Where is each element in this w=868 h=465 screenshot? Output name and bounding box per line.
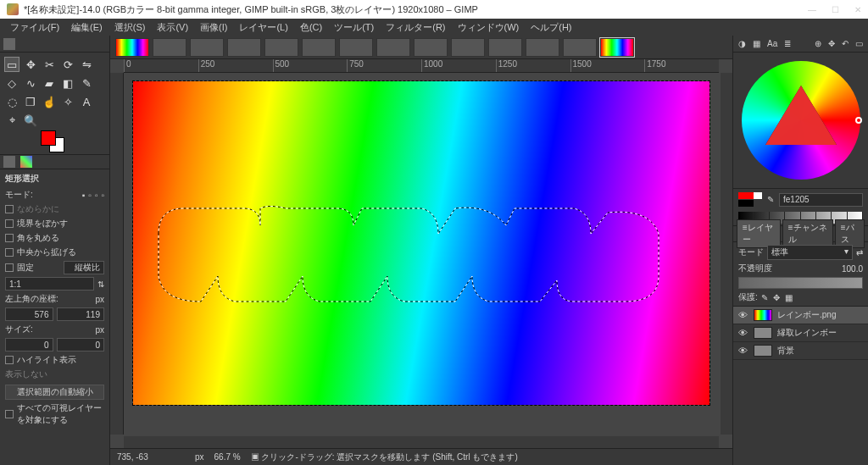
undo-tab-icon[interactable]: ↶ — [842, 39, 849, 48]
mode-intersect-icon[interactable]: ▫ — [101, 191, 104, 200]
color-hex-input[interactable]: fe1205 — [779, 193, 863, 207]
layer-row[interactable]: 👁背景 — [733, 342, 868, 360]
tool-picker[interactable]: ⌖ — [5, 113, 19, 127]
ruler-vertical[interactable] — [110, 73, 124, 435]
tool-gradient[interactable]: ◧ — [61, 76, 75, 90]
close-button[interactable]: ✕ — [854, 5, 861, 14]
layer-row[interactable]: 👁縁取レインボー — [733, 324, 868, 342]
tool-warp[interactable]: ∿ — [24, 76, 37, 90]
size-w-input[interactable]: 0 — [5, 338, 53, 352]
image-tab[interactable] — [526, 38, 559, 57]
fixed-value[interactable]: 縦横比 — [64, 261, 104, 274]
image-tab[interactable] — [376, 38, 410, 57]
rounded-checkbox[interactable] — [5, 234, 14, 242]
highlight-checkbox[interactable] — [5, 356, 14, 364]
image-tab[interactable] — [115, 38, 149, 57]
menu-item[interactable]: ウィンドウ(W) — [453, 19, 525, 36]
fg-bg-colors[interactable] — [0, 129, 109, 154]
tool-transform[interactable]: ◇ — [5, 76, 19, 90]
menu-item[interactable]: 選択(S) — [109, 19, 151, 36]
foreground-color[interactable] — [41, 130, 56, 146]
tool-clone[interactable]: ❐ — [24, 95, 37, 108]
swatch-fg[interactable] — [738, 192, 754, 199]
ruler-horizontal[interactable]: 02505007501000125015001750 — [124, 59, 719, 73]
mode-add-icon[interactable]: ▫ — [88, 191, 92, 200]
tool-bucket[interactable]: ▰ — [42, 76, 56, 90]
tool-options-tabs[interactable] — [0, 154, 109, 169]
opacity-slider[interactable] — [738, 277, 863, 289]
tool-zoom[interactable]: 🔍 — [24, 113, 37, 127]
tool-options-tab-icon[interactable] — [3, 156, 15, 168]
toolbox-tab-icon[interactable] — [3, 38, 15, 50]
swatch-black[interactable] — [738, 200, 754, 207]
blend-mode-select[interactable]: 標準▾ — [767, 245, 853, 260]
visibility-icon[interactable]: 👁 — [738, 346, 748, 356]
ratio-input[interactable]: 1:1 — [5, 277, 94, 291]
scrollbar-vertical[interactable] — [721, 73, 732, 435]
tool-brush[interactable]: ✎ — [80, 76, 93, 90]
mode-replace-icon[interactable]: ▪ — [82, 191, 86, 200]
image-tab[interactable] — [488, 38, 522, 57]
lock-pixels-icon[interactable]: ✎ — [761, 293, 768, 302]
color-wheel[interactable] — [733, 53, 868, 188]
image-tab[interactable] — [451, 38, 485, 57]
images-tab-icon[interactable]: ▭ — [855, 39, 863, 48]
patterns-tab-icon[interactable]: ▦ — [753, 39, 760, 48]
ratio-swap-icon[interactable]: ⇅ — [97, 280, 104, 289]
device-status-tab-icon[interactable] — [20, 156, 32, 168]
canvas[interactable] — [133, 81, 709, 405]
image-tab-active[interactable] — [600, 38, 634, 57]
maximize-button[interactable]: ☐ — [832, 5, 839, 14]
brushes-tab-icon[interactable]: ◑ — [738, 39, 746, 48]
layer-row[interactable]: 👁レインボー.png — [733, 307, 868, 324]
swatch-bg[interactable] — [754, 192, 762, 199]
picker-icon[interactable]: ✎ — [767, 195, 774, 204]
image-tab[interactable] — [190, 38, 224, 57]
unit-selector[interactable]: px — [195, 452, 204, 462]
menu-item[interactable]: 編集(E) — [66, 19, 108, 36]
size-h-input[interactable]: 0 — [57, 338, 105, 352]
image-tab[interactable] — [339, 38, 373, 57]
mode-sub-icon[interactable]: ▫ — [95, 191, 98, 200]
all-layers-checkbox[interactable] — [5, 410, 14, 418]
image-tab[interactable] — [302, 38, 336, 57]
tool-text[interactable]: A — [80, 95, 93, 108]
minimize-button[interactable]: — — [808, 5, 816, 14]
lock-alpha-icon[interactable]: ▦ — [785, 293, 793, 302]
lock-position-icon[interactable]: ✥ — [773, 293, 780, 302]
nav-tab-icon[interactable]: ✥ — [828, 39, 835, 48]
color-triangle[interactable] — [765, 86, 837, 145]
image-tab[interactable] — [414, 38, 448, 57]
autoshrink-button[interactable]: 選択範囲の自動縮小 — [5, 385, 104, 400]
feather-checkbox[interactable] — [5, 219, 14, 228]
pos-y-input[interactable]: 119 — [57, 307, 105, 321]
tool-move[interactable]: ✥ — [24, 58, 37, 71]
tool-rect-select[interactable]: ▭ — [5, 58, 19, 71]
menu-item[interactable]: ファイル(F) — [5, 19, 64, 36]
tool-crop[interactable]: ✂ — [42, 58, 56, 71]
expand-checkbox[interactable] — [5, 248, 14, 257]
tool-path[interactable]: ✧ — [61, 95, 75, 108]
menu-item[interactable]: 色(C) — [295, 19, 327, 36]
menu-item[interactable]: 表示(V) — [152, 19, 193, 36]
pos-x-input[interactable]: 576 — [5, 307, 53, 321]
mode-switch-icon[interactable]: ⇄ — [856, 248, 863, 257]
image-tab[interactable] — [563, 38, 597, 57]
antialias-checkbox[interactable] — [5, 205, 14, 213]
tool-eraser[interactable]: ◌ — [5, 95, 19, 108]
hue-handle[interactable] — [855, 117, 862, 124]
menu-item[interactable]: ツール(T) — [329, 19, 379, 36]
fixed-checkbox[interactable] — [5, 263, 14, 272]
image-tab[interactable] — [227, 38, 261, 57]
history-tab-icon[interactable]: ≣ — [784, 39, 791, 48]
tool-smudge[interactable]: ☝ — [42, 95, 56, 108]
pointer-tab-icon[interactable]: ⊕ — [815, 39, 821, 48]
menu-item[interactable]: フィルター(R) — [381, 19, 450, 36]
zoom-selector[interactable]: 66.7 % — [214, 452, 241, 462]
toolbox-tabs[interactable] — [0, 36, 109, 53]
scrollbar-horizontal[interactable] — [124, 436, 719, 448]
menu-item[interactable]: ヘルプ(H) — [526, 19, 576, 36]
image-tab[interactable] — [153, 38, 186, 57]
image-tab[interactable] — [264, 38, 298, 57]
tool-flip[interactable]: ⇋ — [80, 58, 93, 71]
